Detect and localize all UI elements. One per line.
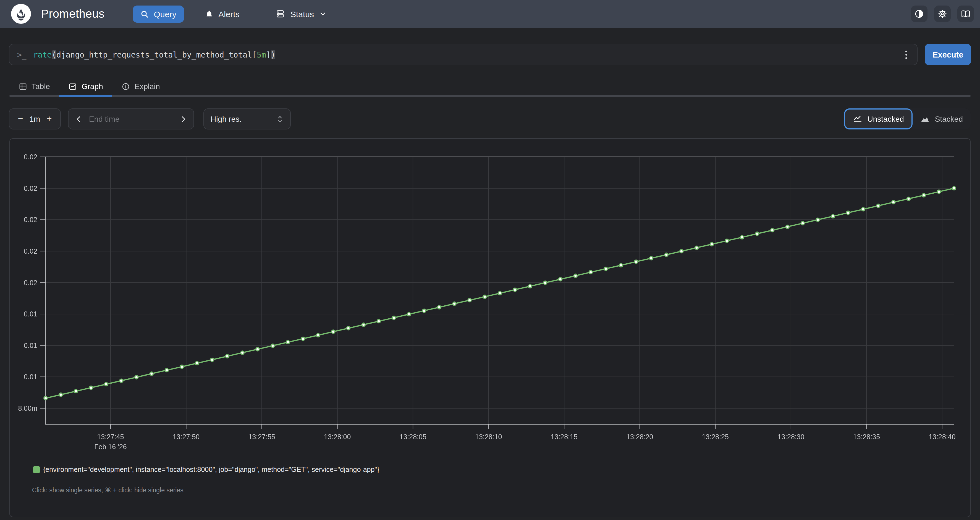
svg-text:0.01: 0.01 [24,341,37,349]
legend-item[interactable]: {environment="development", instance="lo… [33,466,379,474]
svg-text:0.02: 0.02 [24,185,37,192]
svg-text:13:28:00: 13:28:00 [324,433,351,440]
stacking-segmented-control: Unstacked Stacked [844,108,971,129]
graph-controls: − 1m + End time High res. Unstacked [9,108,970,129]
stacked-label: Stacked [935,115,963,123]
graph-icon [69,82,77,91]
nav-query-label: Query [154,9,176,19]
nav-status[interactable]: Status [268,5,334,22]
legend-hint-text: Click: show single series, ⌘ + click: hi… [32,486,183,494]
svg-text:0.02: 0.02 [24,216,37,223]
server-icon [276,10,285,18]
svg-text:13:27:55: 13:27:55 [248,433,275,440]
query-options-menu-button[interactable] [904,49,908,60]
svg-text:13:27:45: 13:27:45 [97,433,124,440]
svg-text:0.01: 0.01 [24,310,37,318]
svg-text:0.02: 0.02 [24,279,37,287]
bell-icon [205,10,213,18]
select-chevrons-icon [276,115,283,123]
close-paren: ) [271,50,275,59]
table-icon [19,82,27,91]
contrast-icon [914,9,924,19]
end-time-input[interactable]: End time [89,115,180,123]
chevron-down-icon [320,11,326,17]
svg-text:8.00m: 8.00m [18,404,37,412]
tab-graph-label: Graph [81,82,103,91]
svg-text:13:28:10: 13:28:10 [475,433,502,440]
info-icon [122,82,130,91]
brand-link[interactable]: Prometheus [11,4,105,24]
tab-explain[interactable]: Explain [113,82,169,97]
grid-lines [46,157,954,424]
tab-table-label: Table [32,82,50,91]
svg-text:13:28:05: 13:28:05 [399,433,426,440]
end-time-forward-button[interactable] [180,115,187,123]
axes [40,157,954,429]
gear-icon [937,9,947,19]
range-value[interactable]: 1m [30,115,40,123]
navbar: Prometheus Query Alerts Status [0,0,980,28]
stacked-chart-icon [921,114,930,124]
resolution-select[interactable]: High res. [204,108,291,129]
series-label: {environment="development", instance="lo… [43,466,379,474]
prompt-icon: >_ [17,50,27,59]
svg-text:13:27:50: 13:27:50 [173,433,199,440]
unstacked-label: Unstacked [867,115,904,123]
promql-expression: rate(django_http_requests_total_by_metho… [33,50,275,59]
svg-text:13:28:40: 13:28:40 [929,433,955,440]
metric-name: django_http_requests_total_by_method_tot… [56,50,252,59]
nav-alerts[interactable]: Alerts [197,5,247,22]
range-duration-control: − 1m + [9,108,61,129]
docs-button[interactable] [957,6,974,22]
promql-function: rate [33,50,52,59]
svg-text:0.01: 0.01 [24,373,37,381]
result-tabs: Table Graph Explain [0,77,980,97]
tab-table[interactable]: Table [10,82,59,97]
tab-graph[interactable]: Graph [59,82,113,97]
book-icon [961,9,970,19]
unstacked-chart-icon [853,114,862,124]
range-duration: 5m [257,50,266,59]
axis-labels: 0.020.020.020.020.020.010.010.018.00m13:… [18,153,956,451]
tab-explain-label: Explain [135,82,160,91]
svg-text:13:28:30: 13:28:30 [778,433,804,440]
open-bracket: [ [252,50,257,59]
unstacked-option[interactable]: Unstacked [844,108,913,129]
query-bar: >_ rate(django_http_requests_total_by_me… [9,44,971,65]
search-icon [140,10,149,18]
open-paren: ( [52,50,56,59]
end-time-control: End time [68,108,194,129]
resolution-value: High res. [211,115,242,123]
execute-button[interactable]: Execute [925,44,971,65]
range-increase-button[interactable]: + [41,111,57,127]
brand-title: Prometheus [41,7,105,21]
prometheus-app: Prometheus Query Alerts Status [0,0,980,520]
prometheus-logo-icon [11,4,31,24]
svg-text:13:28:25: 13:28:25 [702,433,729,440]
theme-toggle-button[interactable] [911,6,928,22]
metric-graph-canvas[interactable]: 0.020.020.020.020.020.010.010.018.00m13:… [10,139,971,454]
graph-panel: 0.020.020.020.020.020.010.010.018.00m13:… [10,138,970,517]
series-line [44,187,956,400]
svg-text:0.02: 0.02 [24,247,37,255]
range-decrease-button[interactable]: − [13,111,28,127]
settings-button[interactable] [934,6,951,22]
stacked-option[interactable]: Stacked [913,108,970,129]
svg-text:0.02: 0.02 [24,153,37,161]
series-color-swatch [33,466,40,473]
svg-text:13:28:35: 13:28:35 [853,433,880,440]
close-bracket: ] [266,50,271,59]
nav-query[interactable]: Query [133,5,184,22]
svg-text:Feb 16 '26: Feb 16 '26 [94,443,127,451]
svg-text:13:28:20: 13:28:20 [626,433,653,440]
svg-text:13:28:15: 13:28:15 [551,433,578,440]
expression-input[interactable]: >_ rate(django_http_requests_total_by_me… [9,44,918,65]
nav-alerts-label: Alerts [218,9,240,19]
end-time-back-button[interactable] [75,115,82,123]
nav-status-label: Status [291,9,314,19]
